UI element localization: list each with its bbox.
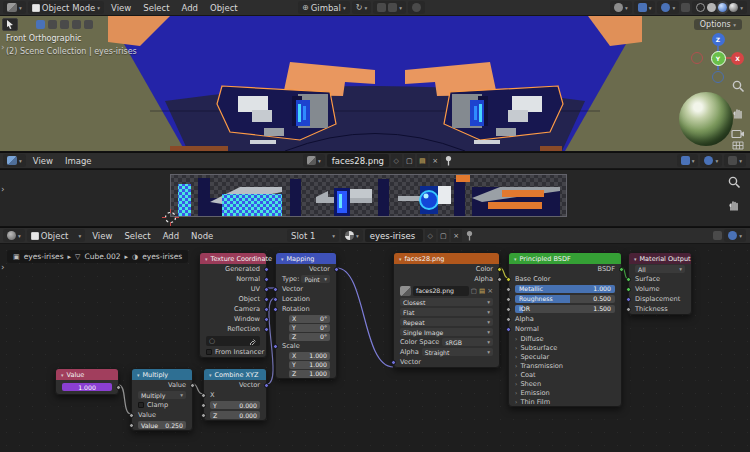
scale-x-field[interactable]: X1.000 bbox=[276, 351, 336, 360]
shading-wireframe-button[interactable] bbox=[696, 3, 705, 12]
socket-in[interactable] bbox=[626, 287, 631, 292]
image-datablock-row[interactable]: faces28.png ▢ ▤ × bbox=[394, 284, 499, 297]
operation-dropdown[interactable]: Multiply▾ bbox=[132, 390, 192, 400]
breadcrumb-object[interactable]: eyes-irises bbox=[24, 252, 64, 261]
socket-in[interactable] bbox=[626, 277, 631, 282]
from-instancer-row[interactable]: From Instancer bbox=[200, 347, 266, 357]
pan-hand-icon[interactable] bbox=[728, 198, 741, 211]
menu-view[interactable]: View bbox=[87, 231, 117, 241]
section-coat[interactable]: ›Coat bbox=[509, 370, 621, 379]
socket-in[interactable] bbox=[273, 307, 278, 312]
extra-tool-toggle[interactable] bbox=[408, 1, 425, 14]
source-dropdown[interactable]: Single Image▾ bbox=[394, 327, 499, 337]
socket-in[interactable] bbox=[506, 297, 511, 302]
gizmo-x-axis[interactable]: X bbox=[731, 52, 744, 65]
scale-z-field[interactable]: Z1.000 bbox=[276, 369, 336, 378]
zoom-tool-icon[interactable] bbox=[732, 80, 745, 93]
socket-in[interactable] bbox=[273, 297, 278, 302]
navigation-gizmo[interactable]: Z X Y bbox=[690, 30, 746, 86]
hdri-preview-sphere[interactable] bbox=[679, 92, 733, 146]
section-emission[interactable]: ›Emission bbox=[509, 388, 621, 397]
menu-object[interactable]: Object bbox=[205, 3, 243, 13]
gizmo-y-axis[interactable]: Y bbox=[711, 51, 726, 66]
extension-dropdown[interactable]: Repeat▾ bbox=[394, 317, 499, 327]
menu-node[interactable]: Node bbox=[186, 231, 218, 241]
rotation-x-field[interactable]: X0° bbox=[276, 314, 336, 323]
mode-dropdown[interactable]: Object Mode▾ bbox=[28, 1, 104, 14]
object-selector-field[interactable]: ○ bbox=[200, 334, 266, 347]
shading-material-button[interactable] bbox=[718, 3, 727, 12]
new-image-icon[interactable]: ▢ bbox=[404, 154, 415, 167]
clamp-row[interactable]: Clamp bbox=[132, 400, 192, 410]
socket-in[interactable] bbox=[201, 393, 206, 398]
section-specular[interactable]: ›Specular bbox=[509, 352, 621, 361]
y-field[interactable]: Y0.000 bbox=[204, 400, 266, 410]
socket-out[interactable] bbox=[190, 383, 195, 388]
gizmo-x-neg-axis[interactable] bbox=[691, 52, 703, 64]
value-in2-field[interactable]: Value0.250 bbox=[132, 420, 192, 430]
socket-out[interactable] bbox=[497, 277, 502, 282]
pin-icon[interactable] bbox=[464, 229, 475, 242]
zoom-tool-icon[interactable] bbox=[728, 176, 741, 189]
viewport-3d[interactable]: Front Orthographic (2) Scene Collection … bbox=[0, 16, 750, 151]
socket-in[interactable] bbox=[129, 423, 134, 428]
gizmo-z-neg-axis[interactable] bbox=[712, 71, 724, 83]
value-field[interactable]: 1.000 bbox=[62, 383, 112, 391]
socket-out[interactable] bbox=[264, 267, 269, 272]
section-transmission[interactable]: ›Transmission bbox=[509, 361, 621, 370]
socket-out[interactable] bbox=[619, 267, 624, 272]
image-name-field[interactable]: faces28.png bbox=[327, 154, 389, 167]
transform-orientation-dropdown[interactable]: ⊕Gimbal▾ bbox=[298, 1, 350, 14]
section-thin-film[interactable]: ›Thin Film bbox=[509, 397, 621, 406]
socket-out[interactable] bbox=[497, 267, 502, 272]
socket-in[interactable] bbox=[506, 287, 511, 292]
tool-option-icon-3[interactable] bbox=[60, 20, 69, 29]
shading-rendered-button[interactable] bbox=[729, 3, 738, 12]
node-combine-xyz[interactable]: ▾Combine XYZ Vector X Y0.000 Z0.000 bbox=[203, 368, 267, 421]
shader-type-dropdown[interactable]: Object▾ bbox=[27, 229, 85, 242]
tool-option-icon-2[interactable] bbox=[48, 20, 57, 29]
type-dropdown-row[interactable]: Type:Point▾ bbox=[276, 274, 336, 284]
viewport-editor-type-button[interactable]: ▾ bbox=[3, 1, 26, 14]
node-image-texture[interactable]: ▾faces28.png Color Alpha faces28.png ▢ ▤… bbox=[393, 252, 500, 368]
xray-toggle[interactable] bbox=[681, 3, 690, 12]
node-principled-bsdf[interactable]: ▾Principled BSDF BSDF Base Color Metalli… bbox=[508, 252, 622, 407]
menu-add[interactable]: Add bbox=[158, 231, 184, 241]
socket-out[interactable] bbox=[334, 267, 339, 272]
tool-option-icon-1[interactable] bbox=[36, 20, 45, 29]
socket-in[interactable] bbox=[506, 307, 511, 312]
menu-select[interactable]: Select bbox=[119, 231, 155, 241]
socket-out[interactable] bbox=[264, 307, 269, 312]
rotation-z-field[interactable]: Z0° bbox=[276, 332, 336, 341]
pan-hand-icon[interactable] bbox=[732, 106, 745, 119]
snap-icon[interactable] bbox=[713, 231, 722, 240]
interpolation-dropdown[interactable]: Closest▾ bbox=[394, 297, 499, 307]
checkbox-icon[interactable] bbox=[206, 349, 212, 355]
tool-option-icon-5[interactable] bbox=[84, 20, 93, 29]
node-value[interactable]: ▾Value 1.000 bbox=[55, 368, 119, 395]
sidebar-toggle-icon[interactable]: › bbox=[1, 184, 5, 194]
overlays-dropdown[interactable]: ▾ bbox=[657, 1, 679, 14]
fake-user-icon[interactable]: ◇ bbox=[425, 229, 436, 242]
uv-proportional-dropdown[interactable]: ▾ bbox=[700, 154, 722, 167]
unlink-image-icon[interactable]: × bbox=[430, 154, 441, 167]
new-image-icon[interactable]: ▢ bbox=[471, 287, 477, 295]
menu-add[interactable]: Add bbox=[176, 3, 202, 13]
checkbox-icon[interactable] bbox=[138, 402, 144, 408]
node-overlays-dropdown[interactable]: ▾ bbox=[724, 229, 746, 242]
section-diffuse[interactable]: ›Diffuse bbox=[509, 334, 621, 343]
snap-dropdown[interactable]: ↻▾ bbox=[352, 1, 371, 14]
socket-in[interactable] bbox=[506, 317, 511, 322]
projection-dropdown[interactable]: Flat▾ bbox=[394, 307, 499, 317]
socket-in[interactable] bbox=[626, 307, 631, 312]
socket-out[interactable] bbox=[116, 385, 121, 390]
material-name-field[interactable]: eyes-irises bbox=[365, 229, 423, 242]
view-object-types-dropdown[interactable]: ▾ bbox=[610, 1, 632, 14]
socket-in[interactable] bbox=[506, 327, 511, 332]
alpha-mode-row[interactable]: AlphaStraight▾ bbox=[394, 347, 499, 357]
breadcrumb-material[interactable]: eyes-irises bbox=[142, 252, 182, 261]
node-material-output[interactable]: ▾Material Output All▾ Surface Volume Dis… bbox=[628, 252, 692, 315]
slot-dropdown[interactable]: Slot 1▾ bbox=[287, 229, 339, 242]
scale-y-field[interactable]: Y1.000 bbox=[276, 360, 336, 369]
open-image-icon[interactable]: ▤ bbox=[417, 154, 428, 167]
